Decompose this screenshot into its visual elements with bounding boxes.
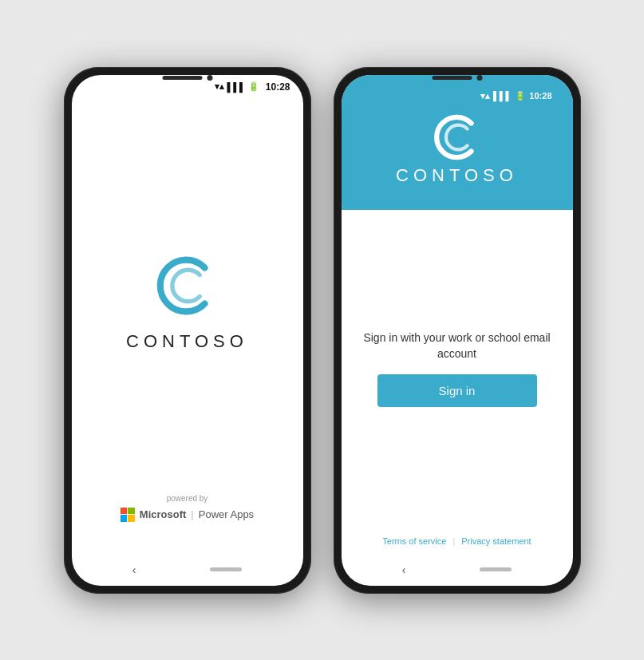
phone1-notch [162,75,212,81]
privacy-statement-link[interactable]: Privacy statement [461,536,531,546]
phone2-back-chevron[interactable]: ‹ [402,563,406,576]
wifi-icon: ▾▴ [215,81,224,92]
ms-power-row: Microsoft | Power Apps [121,508,254,522]
contoso-c-logo-1 [151,250,223,322]
phone2-wifi-icon: ▾▴ [480,91,490,101]
power-apps-text: Power Apps [199,508,254,520]
phone-2: ▾▴ ▌▌▌ 🔋 10:28 CONTOSO Sign in with your… [334,67,581,594]
terms-of-service-link[interactable]: Terms of service [382,536,446,546]
phone1-screen: ▾▴ ▌▌▌ 🔋 10:28 [72,75,303,586]
signal-icon: ▌▌▌ [227,82,245,92]
footer-links: Terms of service | Privacy statement [342,528,573,554]
powered-by-label: powered by [167,494,208,503]
microsoft-text: Microsoft [140,508,187,520]
phone-1: ▾▴ ▌▌▌ 🔋 10:28 [64,67,311,594]
contoso-c-logo-2 [429,109,485,165]
camera-2 [476,75,482,81]
phone1-status-icons: ▾▴ ▌▌▌ 🔋 [215,81,259,92]
phone2-status-bar: ▾▴ ▌▌▌ 🔋 10:28 [358,91,557,109]
phone2-screen: ▾▴ ▌▌▌ 🔋 10:28 CONTOSO Sign in with your… [342,75,573,586]
powered-by-area: powered by Microsoft | Power Apps [72,494,303,522]
ms-logo-blue [121,515,128,522]
phone2-nav-pill [480,567,512,571]
blue-header: ▾▴ ▌▌▌ 🔋 10:28 CONTOSO [342,75,573,210]
phone2-time: 10:28 [529,91,551,101]
ms-divider: | [191,508,193,520]
phone1-bottom-nav: ‹ [72,554,303,586]
footer-separator: | [452,536,455,546]
ms-logo-green [128,508,135,515]
phone2-signal-icon: ▌▌▌ [493,91,512,101]
phone2-battery-icon: 🔋 [515,91,526,101]
phone2-bottom-nav: ‹ [342,554,573,586]
battery-icon: 🔋 [248,81,259,92]
phone2-notch [432,75,482,81]
speaker [162,76,202,80]
sign-in-button[interactable]: Sign in [377,374,537,407]
phone1-time: 10:28 [266,81,290,93]
contoso-app-name-1: CONTOSO [126,331,248,352]
speaker-2 [432,76,472,80]
sign-in-area: Sign in with your work or school email a… [342,210,573,528]
phone1-nav-pill [210,567,242,571]
ms-logo-red [121,508,128,515]
phone1-back-chevron[interactable]: ‹ [132,563,136,576]
camera [207,75,212,81]
contoso-app-name-2: CONTOSO [396,165,518,186]
scene: ▾▴ ▌▌▌ 🔋 10:28 [64,67,581,594]
phone1-main: CONTOSO powered by Microsoft | [72,96,303,554]
microsoft-logo [121,508,135,522]
contoso-logo-area-1: CONTOSO [126,250,248,352]
sign-in-prompt: Sign in with your work or school email a… [358,330,557,362]
ms-logo-yellow [128,515,135,522]
